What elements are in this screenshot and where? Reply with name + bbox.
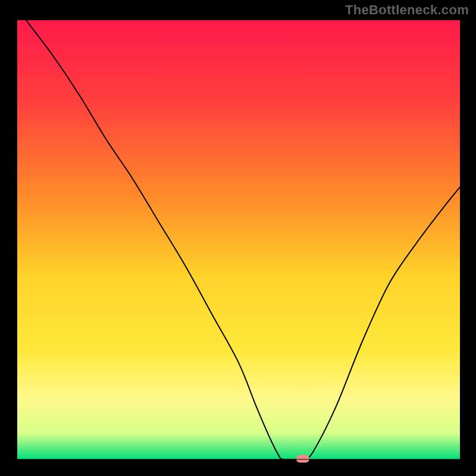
watermark-text: TheBottleneck.com: [345, 2, 469, 18]
chart-container: TheBottleneck.com: [0, 0, 476, 476]
optimal-marker: [296, 455, 309, 463]
plot-background: [17, 20, 460, 459]
bottleneck-chart: [0, 0, 476, 476]
